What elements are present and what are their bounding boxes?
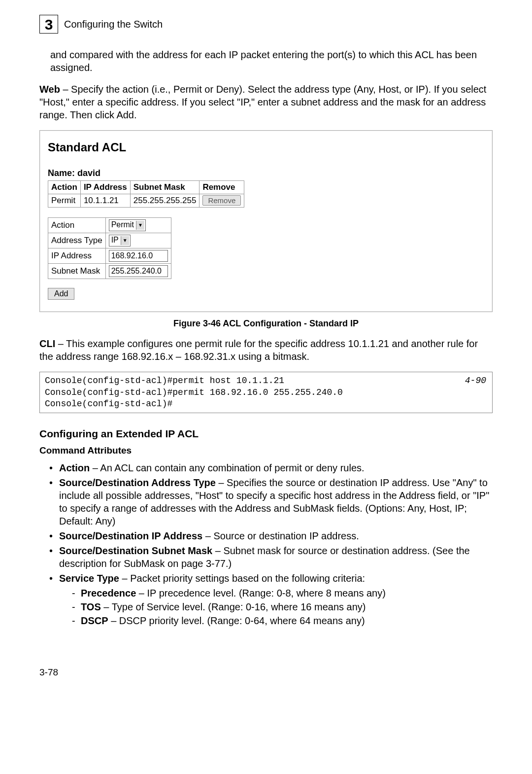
col-action: Action <box>48 180 81 194</box>
attr-addrtype-label: Source/Destination Address Type <box>59 477 216 488</box>
cell-action: Permit <box>48 194 81 207</box>
attr-service-text: – Packet priority settings based on the … <box>119 573 365 584</box>
standard-acl-panel: Standard ACL Name: david Action IP Addre… <box>39 130 493 312</box>
attr-dscp-text: – DSCP priority level. (Range: 0-64, whe… <box>108 615 365 626</box>
ip-address-input[interactable]: 168.92.16.0 <box>109 250 168 262</box>
attr-action-label: Action <box>59 462 90 473</box>
page-header: 3 Configuring the Switch <box>39 15 493 34</box>
form-ip-label: IP Address <box>48 248 106 263</box>
list-item: Source/Destination Address Type – Specif… <box>49 476 493 528</box>
attr-tos-text: – Type of Service level. (Range: 0-16, w… <box>101 601 366 612</box>
list-item: Precedence – IP precedence level. (Range… <box>72 587 493 599</box>
web-label: Web <box>39 84 60 95</box>
web-text: – Specify the action (i.e., Permit or De… <box>39 84 486 120</box>
form-addrtype-label: Address Type <box>48 233 106 248</box>
chevron-down-icon: ▼ <box>121 236 129 245</box>
cli-paragraph: CLI – This example configures one permit… <box>39 337 493 363</box>
action-select[interactable]: Permit ▼ <box>109 219 146 231</box>
cli-line-3: Console(config-std-acl)# <box>45 399 172 409</box>
list-item: Source/Destination IP Address – Source o… <box>49 529 493 542</box>
col-remove: Remove <box>200 180 244 194</box>
chevron-down-icon: ▼ <box>136 221 144 230</box>
attr-mask-label: Source/Destination Subnet Mask <box>59 545 212 556</box>
list-item: Action – An ACL can contain any combinat… <box>49 461 493 474</box>
list-item: Source/Destination Subnet Mask – Subnet … <box>49 544 493 570</box>
panel-title: Standard ACL <box>48 140 484 155</box>
intro-paragraph: and compared with the address for each I… <box>50 48 493 74</box>
chapter-title: Configuring the Switch <box>64 18 163 31</box>
cli-line-1: Console(config-std-acl)#permit host 10.1… <box>45 376 284 386</box>
remove-button[interactable]: Remove <box>202 195 241 206</box>
addrtype-select[interactable]: IP ▼ <box>109 235 131 246</box>
extended-acl-heading: Configuring an Extended IP ACL <box>39 427 493 440</box>
cli-page-ref: 4-90 <box>465 375 486 387</box>
attr-precedence-label: Precedence <box>81 588 136 598</box>
web-paragraph: Web – Specify the action (i.e., Permit o… <box>39 83 493 121</box>
attr-action-text: – An ACL can contain any combination of … <box>90 462 364 473</box>
cell-remove: Remove <box>200 194 244 207</box>
col-ip: IP Address <box>80 180 130 194</box>
form-table: Action Permit ▼ Address Type IP ▼ <box>48 217 171 279</box>
add-button[interactable]: Add <box>48 288 74 300</box>
attr-tos-label: TOS <box>81 601 101 612</box>
list-item: TOS – Type of Service level. (Range: 0-1… <box>72 600 493 613</box>
attr-service-label: Service Type <box>59 573 119 584</box>
attr-ip-label: Source/Destination IP Address <box>59 530 202 541</box>
attributes-list: Action – An ACL can contain any combinat… <box>49 461 493 627</box>
form-mask-label: Subnet Mask <box>48 263 106 279</box>
attr-dscp-label: DSCP <box>81 615 108 626</box>
attr-ip-text: – Source or destination IP address. <box>202 530 359 541</box>
subnet-mask-input[interactable]: 255.255.240.0 <box>109 265 168 277</box>
col-mask: Subnet Mask <box>130 180 200 194</box>
list-item: DSCP – DSCP priority level. (Range: 0-64… <box>72 614 493 627</box>
figure-caption: Figure 3-46 ACL Configuration - Standard… <box>39 318 493 329</box>
cli-label: CLI <box>39 338 55 349</box>
cell-ip: 10.1.1.21 <box>80 194 130 207</box>
action-select-value: Permit <box>111 220 134 230</box>
page-number: 3-78 <box>39 667 493 679</box>
chapter-number-badge: 3 <box>39 15 58 34</box>
cli-code-block: 4-90Console(config-std-acl)#permit host … <box>39 372 493 413</box>
form-action-label: Action <box>48 217 106 233</box>
rules-table: Action IP Address Subnet Mask Remove Per… <box>48 180 244 208</box>
addrtype-select-value: IP <box>111 235 119 246</box>
table-header-row: Action IP Address Subnet Mask Remove <box>48 180 244 194</box>
cli-line-2: Console(config-std-acl)#permit 168.92.16… <box>45 387 343 397</box>
cell-mask: 255.255.255.255 <box>130 194 200 207</box>
service-sublist: Precedence – IP precedence level. (Range… <box>72 587 493 627</box>
cli-text: – This example configures one permit rul… <box>39 338 478 362</box>
acl-name-line: Name: david <box>48 168 484 179</box>
list-item: Service Type – Packet priority settings … <box>49 572 493 627</box>
attr-precedence-text: – IP precedence level. (Range: 0-8, wher… <box>136 588 386 598</box>
table-row: Permit 10.1.1.21 255.255.255.255 Remove <box>48 194 244 207</box>
command-attributes-heading: Command Attributes <box>39 445 493 457</box>
